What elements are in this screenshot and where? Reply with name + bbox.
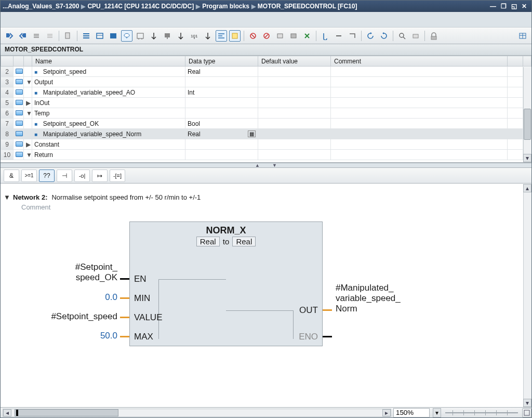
float-button[interactable]: ◱ <box>509 3 519 10</box>
wire <box>120 336 129 337</box>
tag-value[interactable]: #Setpoint_speed <box>21 311 117 322</box>
tool-icon[interactable] <box>17 30 29 42</box>
tool-icon[interactable] <box>31 30 42 42</box>
table-row[interactable]: 3▼Output <box>1 77 531 87</box>
table-row[interactable]: 2■ Setpoint_speedReal <box>1 67 531 77</box>
tag-en[interactable]: #Setpoint_speed_OK <box>32 262 117 283</box>
tool-icon[interactable] <box>288 30 299 42</box>
tag-min[interactable]: 0.0 <box>32 292 117 303</box>
network-title[interactable]: Normalise setpoint speed from +/- 50 r/m… <box>51 193 201 201</box>
op-return[interactable]: -[=] <box>110 169 125 182</box>
tool-icon[interactable] <box>347 30 358 42</box>
tool-icon[interactable] <box>162 30 173 42</box>
tool-icon[interactable] <box>135 30 146 42</box>
tool-icon[interactable] <box>365 30 376 42</box>
op-neg[interactable]: ⊣ <box>57 169 72 182</box>
tool-icon[interactable] <box>320 30 331 42</box>
caret-icon[interactable]: ▶ <box>24 98 32 108</box>
op-jump[interactable]: ↦ <box>92 169 108 182</box>
table-row[interactable]: 5▶InOut <box>1 98 531 108</box>
tool-icon[interactable] <box>261 30 272 42</box>
tool-icon[interactable] <box>247 30 259 42</box>
zoom-slider[interactable] <box>445 408 518 417</box>
svg-rect-10 <box>277 34 283 38</box>
tool-icon[interactable] <box>378 30 390 42</box>
collapse-icon[interactable]: ▼ <box>4 193 10 201</box>
op-assign[interactable]: -o| <box>74 169 90 182</box>
tag-max[interactable]: 50.0 <box>32 331 117 341</box>
crumb[interactable]: CPU_1214C [CPU 1214C DC/DC/DC] <box>87 3 194 10</box>
tool-icon[interactable] <box>175 30 187 42</box>
table-row[interactable]: 9▶Constant <box>1 139 531 150</box>
scroll-up-button[interactable]: ▴ <box>523 184 531 192</box>
close-button[interactable]: ✕ <box>519 3 529 10</box>
network-header[interactable]: ▼ Network 2: Normalise setpoint speed fr… <box>1 189 531 202</box>
tag-out[interactable]: #Manipulated_variable_speed_Norm <box>336 283 440 314</box>
network-editor[interactable]: ▼ Network 2: Normalise setpoint speed fr… <box>1 184 531 407</box>
tool-icon[interactable] <box>274 30 286 42</box>
tool-icon[interactable] <box>333 30 344 42</box>
tool-icon[interactable] <box>410 30 421 42</box>
scroll-thumb[interactable] <box>15 409 118 416</box>
tool-icon[interactable] <box>108 30 119 42</box>
table-row[interactable]: 8■ Manipulated_variable_speed_NormReal ▦ <box>1 129 531 139</box>
pin-out: OUT <box>299 305 318 316</box>
tool-icon[interactable] <box>396 30 408 42</box>
scroll-down-button[interactable]: ▾ <box>523 399 531 407</box>
col-name[interactable]: Name <box>32 56 185 67</box>
zoom-input[interactable] <box>393 408 430 417</box>
scroll-thumb[interactable] <box>524 109 531 140</box>
h-scrollbar[interactable]: ◂ ▸ <box>3 409 391 417</box>
network-comment[interactable]: Comment <box>1 202 531 216</box>
scroll-right-button[interactable]: ▸ <box>382 409 391 416</box>
tool-icon[interactable] <box>44 30 56 42</box>
col-comment[interactable]: Comment <box>331 56 508 67</box>
caret-icon[interactable]: ▼ <box>24 77 32 87</box>
declaration-table[interactable]: Name Data type Default value Comment 2■ … <box>1 56 531 163</box>
scroll-down-button[interactable]: ▾ <box>523 154 531 162</box>
scrollbar[interactable] <box>523 67 531 162</box>
caret-icon[interactable]: ▼ <box>24 108 32 119</box>
norm-x-box[interactable]: NORM_X Real to Real EN MIN VALUE MAX OUT… <box>129 221 323 346</box>
scroll-left-button[interactable]: ◂ <box>3 409 11 416</box>
op-and[interactable]: & <box>4 169 19 182</box>
tool-icon[interactable] <box>428 30 440 42</box>
minimize-button[interactable]: — <box>488 3 498 10</box>
crumb[interactable]: MOTOR_SPEEDCONTROL [FC10] <box>258 3 357 10</box>
col-dtype[interactable]: Data type <box>185 56 258 67</box>
table-row[interactable]: 4■ Manipulated_variable_speed_AOInt <box>1 87 531 98</box>
box-type[interactable]: Real to Real <box>130 237 322 251</box>
tool-icon[interactable] <box>517 30 528 42</box>
svg-rect-5 <box>165 33 170 37</box>
tool-icon[interactable] <box>4 30 15 42</box>
tool-icon[interactable] <box>94 30 105 42</box>
op-unknown[interactable]: ?? <box>39 169 55 182</box>
col-default[interactable]: Default value <box>258 56 331 67</box>
editor-scrollbar[interactable]: ▴ ▾ <box>523 184 531 407</box>
tool-icon[interactable] <box>202 30 214 42</box>
crumb[interactable]: ...Analog_Values_S7-1200 <box>3 3 79 10</box>
splitter[interactable]: ▲▼ <box>1 163 531 168</box>
table-row[interactable]: 7■ Setpoint_speed_OKBool <box>1 119 531 129</box>
fbd-canvas[interactable]: NORM_X Real to Real EN MIN VALUE MAX OUT… <box>1 216 531 372</box>
caret-icon[interactable]: ▼ <box>24 150 32 160</box>
caret-icon[interactable]: ▶ <box>24 139 32 150</box>
restore-button[interactable]: ❐ <box>498 3 509 10</box>
op-ge1[interactable]: >=1 <box>21 169 37 182</box>
zoom-fit-button[interactable] <box>522 408 531 417</box>
table-row[interactable]: 6▼Temp <box>1 108 531 119</box>
pin-min: MIN <box>134 293 150 304</box>
tool-icon[interactable] <box>229 30 241 42</box>
tool-icon[interactable] <box>81 30 92 42</box>
io-icon <box>16 121 23 126</box>
tool-icon[interactable] <box>216 30 227 42</box>
tool-icon[interactable] <box>62 30 74 42</box>
tool-icon[interactable] <box>121 30 132 42</box>
crumb[interactable]: Program blocks <box>202 3 249 10</box>
svg-rect-1 <box>97 33 103 38</box>
tool-icon[interactable] <box>301 30 313 42</box>
tool-icon[interactable]: 101 <box>189 30 200 42</box>
zoom-dropdown[interactable]: ▾ <box>433 408 441 417</box>
table-row[interactable]: 10▼Return <box>1 150 531 160</box>
tool-icon[interactable] <box>148 30 159 42</box>
